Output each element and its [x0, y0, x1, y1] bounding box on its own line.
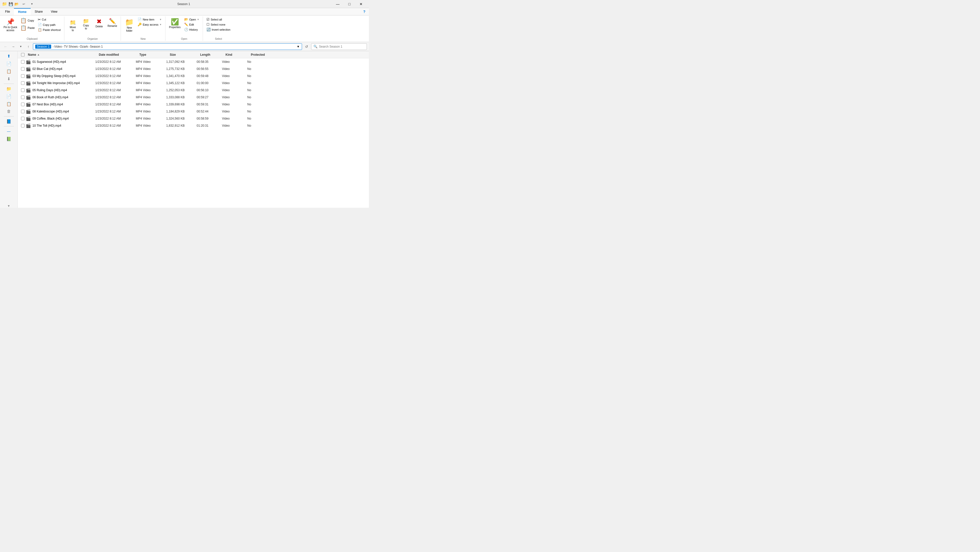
invert-selection-button[interactable]: 🔄 Invert selection — [205, 27, 232, 32]
file-length: 01:00:00 — [197, 81, 222, 85]
col-header-protected[interactable]: Protected — [249, 52, 274, 57]
table-row[interactable]: 🎬 09 Coffee, Black (HD).mp4 1/23/2022 8:… — [18, 115, 369, 122]
row-check-cell[interactable] — [20, 74, 26, 78]
address-path[interactable]: Season 1 › Video › TV Shows › Ozark › Se… — [33, 43, 302, 50]
select-none-button[interactable]: ☐ Select none — [205, 22, 232, 27]
table-row[interactable]: 🎬 01 Sugarwood (HD).mp4 1/23/2022 8:12 A… — [18, 58, 369, 65]
row-check-cell[interactable] — [20, 124, 26, 127]
table-row[interactable]: 🎬 06 Book of Ruth (HD).mp4 1/23/2022 8:1… — [18, 94, 369, 101]
row-checkbox[interactable] — [21, 103, 25, 106]
select-all-checkbox[interactable] — [21, 53, 25, 56]
recent-button[interactable]: ▼ — [17, 43, 24, 50]
forward-button[interactable]: → — [10, 43, 17, 50]
maximize-button[interactable]: □ — [344, 0, 355, 8]
history-button[interactable]: 🕐 History — [183, 27, 201, 32]
copy-to-button[interactable]: 📁 Copy to — [80, 17, 92, 31]
sidebar-item-5[interactable]: 📁 — [2, 85, 16, 92]
select-all-button[interactable]: ☑ Select all — [205, 17, 232, 22]
sidebar-item-11[interactable]: 📗 — [2, 135, 16, 142]
table-row[interactable]: 🎬 03 My Dripping Sleep (HD).mp4 1/23/202… — [18, 72, 369, 80]
file-icon: 🎬 — [26, 102, 31, 107]
col-header-date[interactable]: Date modified — [97, 52, 137, 57]
edit-label: Edit — [189, 23, 194, 26]
row-checkbox[interactable] — [21, 124, 25, 127]
file-size: 1,345,122 KB — [166, 81, 197, 85]
row-check-cell[interactable] — [20, 60, 26, 64]
tab-file[interactable]: File — [1, 8, 14, 15]
sidebar-item-1[interactable]: ⬆ — [2, 52, 16, 59]
paste-button[interactable]: 📋 Paste — [19, 24, 36, 32]
search-input[interactable] — [319, 45, 364, 48]
header-check-cell[interactable] — [20, 53, 26, 56]
sidebar-item-6[interactable]: 📄 — [2, 93, 16, 100]
dropdown-button[interactable]: ▼ — [29, 0, 35, 8]
row-check-cell[interactable] — [20, 88, 26, 92]
row-check-cell[interactable] — [20, 117, 26, 120]
sidebar-icon-4: ⬇ — [7, 76, 10, 81]
sidebar-item-9[interactable]: 📘 — [2, 118, 16, 125]
tab-share[interactable]: Share — [31, 8, 47, 15]
search-box[interactable]: 🔍 — [311, 43, 367, 50]
table-row[interactable]: 🎬 08 Kaleidoscope (HD).mp4 1/23/2022 8:1… — [18, 108, 369, 115]
row-checkbox[interactable] — [21, 81, 25, 85]
row-check-cell[interactable] — [20, 103, 26, 106]
row-check-cell[interactable] — [20, 95, 26, 99]
help-button[interactable]: ? — [361, 8, 368, 15]
table-row[interactable]: 🎬 04 Tonight We Improvise (HD).mp4 1/23/… — [18, 80, 369, 87]
copy-path-button[interactable]: 📄 Copy path — [36, 22, 62, 27]
minimize-button[interactable]: — — [332, 0, 344, 8]
pin-to-quick-access-button[interactable]: 📌 Pin to Quick access — [2, 17, 19, 33]
col-header-name[interactable]: Name ▲ — [26, 52, 97, 57]
open-button[interactable]: 📂 Open ▼ — [183, 17, 201, 22]
rename-button[interactable]: ✏️ Rename — [106, 17, 119, 29]
row-checkbox[interactable] — [21, 95, 25, 99]
col-header-size[interactable]: Size — [168, 52, 198, 57]
properties-button[interactable]: ✅ Properties — [167, 17, 182, 30]
path-segment-tvshows[interactable]: TV Shows — [64, 45, 78, 48]
copy-button[interactable]: 📋 Copy — [19, 17, 36, 24]
row-checkbox[interactable] — [21, 60, 25, 64]
sidebar-item-2[interactable]: 📄 — [2, 60, 16, 67]
open-label: Open — [189, 18, 196, 21]
ribbon: File Home Share View ? 📌 Pin to Quick ac… — [0, 8, 369, 42]
row-check-cell[interactable] — [20, 110, 26, 113]
row-checkbox[interactable] — [21, 117, 25, 120]
row-check-cell[interactable] — [20, 81, 26, 85]
table-row[interactable]: 🎬 10 The Toll (HD).mp4 1/23/2022 8:12 AM… — [18, 122, 369, 129]
up-button[interactable]: ↑ — [25, 43, 32, 50]
sidebar-scroll-down[interactable]: ▼ — [2, 202, 16, 208]
sidebar-item-8[interactable]: 🗑 — [2, 108, 16, 115]
path-segment-video[interactable]: Video — [54, 45, 62, 48]
sidebar-item-4[interactable]: ⬇ — [2, 75, 16, 82]
sidebar-item-10[interactable]: — — [2, 128, 16, 135]
col-header-type[interactable]: Type — [137, 52, 168, 57]
cut-button[interactable]: ✂ Cut — [36, 17, 62, 22]
tab-home[interactable]: Home — [14, 8, 30, 15]
new-folder-button[interactable]: 📁 New folder — [123, 17, 135, 33]
row-checkbox[interactable] — [21, 110, 25, 113]
sidebar-item-3[interactable]: 📋 — [2, 68, 16, 75]
move-to-button[interactable]: 📁→ Move to — [66, 17, 79, 33]
new-item-button[interactable]: 📄 New item ▼ — [136, 17, 163, 22]
table-row[interactable]: 🎬 02 Blue Cat (HD).mp4 1/23/2022 8:12 AM… — [18, 65, 369, 72]
undo-button[interactable]: ↩ — [20, 0, 27, 8]
easy-access-button[interactable]: 🔑 Easy access ▼ — [136, 22, 163, 27]
col-header-length[interactable]: Length — [198, 52, 223, 57]
path-segment-season1[interactable]: Season 1 — [90, 45, 103, 48]
edit-button[interactable]: ✏️ Edit — [183, 22, 201, 27]
table-row[interactable]: 🎬 05 Ruling Days (HD).mp4 1/23/2022 8:12… — [18, 87, 369, 94]
row-check-cell[interactable] — [20, 67, 26, 71]
refresh-button[interactable]: ↺ — [303, 43, 310, 50]
row-checkbox[interactable] — [21, 88, 25, 92]
row-checkbox[interactable] — [21, 67, 25, 71]
back-button[interactable]: ← — [2, 43, 9, 50]
close-button[interactable]: ✕ — [355, 0, 367, 8]
row-checkbox[interactable] — [21, 74, 25, 78]
tab-view[interactable]: View — [47, 8, 62, 15]
table-row[interactable]: 🎬 07 Nest Box (HD).mp4 1/23/2022 8:12 AM… — [18, 101, 369, 108]
sidebar-item-7[interactable]: 📋 — [2, 100, 16, 107]
col-header-kind[interactable]: Kind — [223, 52, 249, 57]
delete-button[interactable]: ✖ Delete — [93, 17, 105, 29]
path-segment-ozark[interactable]: Ozark — [80, 45, 88, 48]
paste-shortcut-button[interactable]: 📋 Paste shortcut — [36, 27, 62, 32]
